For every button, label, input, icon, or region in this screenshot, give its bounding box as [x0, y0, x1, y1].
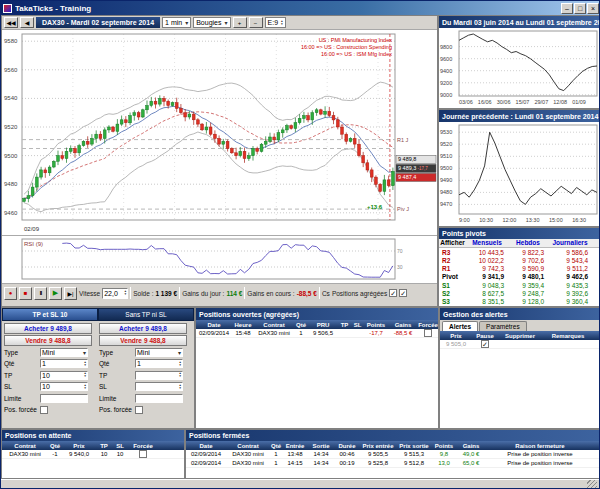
resize-grip[interactable]	[587, 480, 597, 489]
checkbox[interactable]	[139, 450, 147, 458]
close-button[interactable]: ×	[587, 3, 599, 14]
tab-parametres[interactable]: Paramètres	[479, 321, 527, 331]
tab-no-tp-sl[interactable]: Sans TP ni SL	[98, 308, 194, 321]
speed-input[interactable]: 22,0▴▾	[102, 288, 128, 299]
pivot-row-label[interactable]: R1	[439, 265, 466, 272]
spinner-arrows-icon[interactable]: ▴▾	[84, 361, 86, 367]
spinner-arrows-icon[interactable]: ▴▾	[84, 384, 86, 390]
svg-text:9480: 9480	[4, 181, 18, 187]
spinner-arrows-icon[interactable]: ▴▾	[281, 20, 283, 26]
tp-input[interactable]: ▴▾	[135, 371, 183, 380]
chart-panel: ◀◀ ◀ DAX30 - Mardi 02 septembre 2014 1 m…	[1, 15, 438, 307]
cell: 9 525,8	[360, 460, 396, 466]
svg-text:Piv J: Piv J	[397, 206, 409, 212]
forced-checkbox[interactable]	[40, 406, 48, 414]
aggregated-positions-checkbox[interactable]: ✓	[389, 289, 397, 297]
tab-tp-sl[interactable]: TP et SL 10	[2, 308, 98, 321]
extra-checkbox[interactable]: ✓	[399, 289, 407, 297]
table-header-row: DateHeureContratQtéPRUTPSLPointsGainsFor…	[196, 320, 438, 329]
style-select[interactable]: Bougies▾	[193, 17, 230, 28]
spinner-arrows-icon[interactable]: ▴▾	[179, 361, 181, 367]
pivot-col-header[interactable]: Journaliers	[548, 239, 592, 246]
zoom-out-button[interactable]: −	[249, 17, 263, 28]
column-header: PRU	[308, 322, 338, 328]
column-header: SL	[351, 322, 364, 328]
table-row[interactable]: 02/09/201415:48DAX30 mini19 506,5-17,7-8…	[196, 329, 438, 338]
cell: 1	[270, 460, 282, 466]
limit-input[interactable]	[40, 394, 88, 403]
play-button[interactable]: ▶	[49, 287, 62, 300]
limit-input[interactable]	[135, 394, 183, 403]
sell-button[interactable]: Vendre9 488,8	[4, 335, 92, 346]
table-row[interactable]: DAX30 mini-19 540,01010	[2, 450, 184, 459]
pivot-col-header[interactable]: Mensuels	[466, 239, 508, 246]
pivot-row-label[interactable]: S2	[439, 290, 466, 297]
cell: 9 505,5	[360, 451, 396, 457]
overview-chart-svg[interactable]: 98009600940092009000	[439, 28, 600, 99]
interval-select[interactable]: 1 min▾	[162, 17, 191, 28]
price-chart[interactable]: 9460948095009520954095609580R1 JPiv JUS …	[2, 30, 437, 236]
stop-button[interactable]: ■	[19, 287, 32, 300]
spinner-arrows-icon[interactable]: ▴▾	[179, 384, 181, 390]
tab-alertes[interactable]: Alertes	[442, 321, 478, 331]
rsi-svg[interactable]: 7030RSI (9)	[2, 236, 437, 282]
buy-button[interactable]: Acheter9 489,8	[4, 323, 92, 334]
minimize-button[interactable]: –	[561, 3, 573, 14]
pivot-row-label[interactable]: R3	[439, 249, 466, 256]
table-row[interactable]: 02/09/2014DAX30 mini114:1514:3400:199 52…	[186, 459, 600, 468]
pivot-col-header[interactable]: Hebdos	[508, 239, 548, 246]
spinner-arrows-icon[interactable]: ▴▾	[124, 290, 126, 296]
rsi-pane[interactable]: 7030RSI (9)	[2, 236, 437, 284]
column-header: Supprimer	[498, 333, 542, 339]
field-row: Pos. forcée	[99, 405, 190, 416]
type-select[interactable]: Mini▾	[135, 348, 183, 357]
maximize-button[interactable]: □	[574, 3, 586, 14]
column-header: Durée	[334, 443, 360, 449]
price-chart-svg[interactable]: 9460948095009520954095609580R1 JPiv JUS …	[2, 30, 437, 234]
forced-checkbox[interactable]	[135, 406, 143, 414]
table-row[interactable]: 02/09/2014DAX30 mini113:4814:3400:469 50…	[186, 450, 600, 459]
table-row[interactable]: 9 505,0✓	[440, 340, 600, 349]
sell-label: Vendre	[120, 337, 142, 344]
column-header: Date	[186, 443, 226, 449]
checkbox[interactable]: ✓	[481, 340, 489, 348]
svg-text:9200: 9200	[440, 80, 452, 86]
x-tick-label: 16/06	[478, 99, 492, 108]
pivot-value: 9 359,4	[508, 282, 548, 289]
field-label: SL	[4, 383, 38, 390]
nav-prev-button[interactable]: ◀	[20, 17, 34, 28]
svg-text:9 489,8: 9 489,8	[398, 156, 416, 162]
pivot-row-label[interactable]: R2	[439, 257, 466, 264]
pause-button[interactable]: II	[34, 287, 47, 300]
svg-text:16:00 => US : Construction Spe: 16:00 => US : Construction Spending	[301, 44, 392, 50]
spinner-arrows-icon[interactable]: ▴▾	[179, 372, 181, 378]
nav-first-button[interactable]: ◀◀	[4, 17, 18, 28]
pivot-value: 9 543,4	[548, 257, 592, 264]
pivot-row: S38 351,59 128,09 360,4	[439, 298, 600, 306]
zoom-in-button[interactable]: +	[233, 17, 247, 28]
column-header: TP	[96, 443, 112, 449]
sl-input[interactable]: ▴▾	[135, 382, 183, 391]
checkbox[interactable]	[424, 329, 432, 337]
pivot-row: R19 742,39 590,99 511,2	[439, 265, 600, 273]
ema-spinner[interactable]: E:9▴▾	[265, 17, 286, 28]
previous-day-chart-svg[interactable]: 9530952095109500949094809470	[439, 122, 600, 217]
type-select[interactable]: Mini▾	[40, 348, 88, 357]
pending-positions-table: ContratQtéPrixTPSLForcéeDAX30 mini-19 54…	[2, 441, 184, 459]
pivot-row-label[interactable]: S1	[439, 282, 466, 289]
sl-input[interactable]: 10▴▾	[40, 382, 88, 391]
step-button[interactable]: ▶|	[64, 287, 77, 300]
pivot-value: 9 586,6	[548, 249, 592, 256]
qty-input[interactable]: 1▴▾	[135, 359, 183, 368]
pivot-row-label[interactable]: Pivot	[439, 273, 466, 280]
pivot-value: 9 435,3	[548, 282, 592, 289]
spinner-arrows-icon[interactable]: ▴▾	[84, 372, 86, 378]
sell-button[interactable]: Vendre9 488,8	[99, 335, 187, 346]
pivot-row-label[interactable]: S3	[439, 298, 466, 305]
tp-input[interactable]: 10▴▾	[40, 371, 88, 380]
sell-price: 9 488,8	[144, 337, 166, 344]
record-button[interactable]: ●	[4, 287, 17, 300]
qty-input[interactable]: 1▴▾	[40, 359, 88, 368]
alerts-panel: Gestion des alertes Alertes Paramètres P…	[439, 307, 600, 429]
buy-button[interactable]: Acheter9 489,8	[99, 323, 187, 334]
